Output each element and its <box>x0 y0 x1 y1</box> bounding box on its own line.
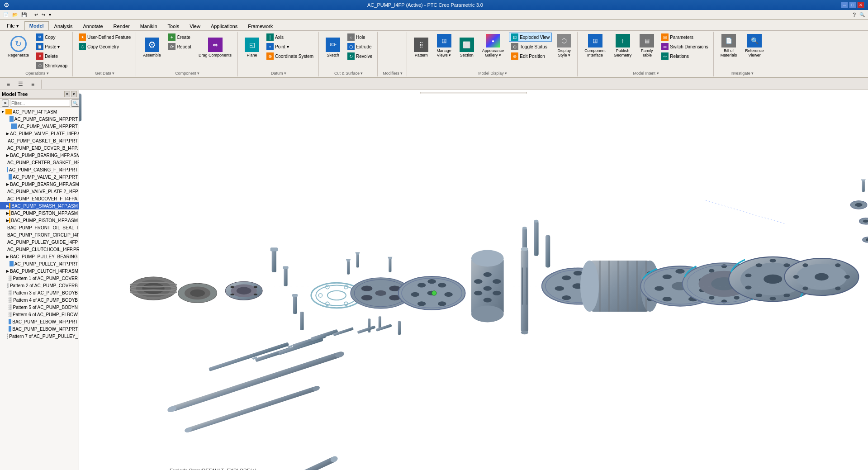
filter-clear-button[interactable]: ✕ <box>2 100 9 107</box>
tab-view[interactable]: View <box>185 22 205 30</box>
qa-new-button[interactable]: 📄 <box>2 12 10 18</box>
extrude-button[interactable]: ⬡ Extrude <box>345 42 375 51</box>
regenerate-button[interactable]: ↻ Regenerate <box>5 33 32 59</box>
tree-item-9[interactable]: AC_PUMP_VALVE_2_I4FP.PRT <box>0 173 79 180</box>
tree-expand-3[interactable]: ▶ <box>6 132 9 136</box>
coordinate-system-button[interactable]: ⊕ Coordinate System <box>264 52 316 61</box>
tree-filter-button[interactable]: ▾ <box>71 91 77 97</box>
tree-item-21[interactable]: AC_PUMP_PULLEY_I4FP.PRT <box>0 260 79 267</box>
tree-item-23[interactable]: Pattern 1 of AC_PUMP_COVER <box>0 275 79 282</box>
qa-save-button[interactable]: 💾 <box>20 12 28 18</box>
display-style-button[interactable]: ⬡ DisplayStyle ▾ <box>554 33 574 59</box>
tree-expand-22[interactable]: ▶ <box>6 269 9 273</box>
tab-model[interactable]: Model <box>24 21 49 30</box>
tab-analysis[interactable]: Analysis <box>49 22 78 30</box>
delete-button[interactable]: ✕ Delete <box>34 52 70 61</box>
tree-expand-20[interactable]: ▶ <box>6 255 9 259</box>
tree-item-2[interactable]: AC_PUMP_VALVE_I4FP.PRT <box>0 123 79 130</box>
tree-item-14[interactable]: ▶ BAC_PUMP_PISTON_I4FP.ASM <box>0 209 79 217</box>
filter-input[interactable] <box>10 100 70 107</box>
appearance-gallery-button[interactable]: ● AppearanceGallery ▾ <box>479 33 508 59</box>
tree-item-3[interactable]: ▶ AC_PUMP_VALVE_PLATE_I4FP.A <box>0 130 79 137</box>
shrinkwrap-button[interactable]: ⬡ Shrinkwrap <box>34 61 70 70</box>
filter-search-button[interactable]: 🔍 <box>71 100 80 107</box>
tree-item-18[interactable]: AC_PUMP_PULLEY_GUIDE_I4FP <box>0 238 79 246</box>
tree-item-8[interactable]: AC_PUMP_CASING_F_I4FP.PRT <box>0 166 79 173</box>
pattern-button[interactable]: ⣿ Pattern <box>411 33 432 59</box>
qa-open-button[interactable]: 📂 <box>11 12 19 18</box>
tree-item-1[interactable]: AC_PUMP_CASING_I4FP.PRT <box>0 115 79 123</box>
paste-button[interactable]: 📋 Paste ▾ <box>34 42 70 51</box>
tree-item-6[interactable]: ▶ BAC_PUMP_BEARING_I4FP.ASM <box>0 152 79 159</box>
tree-item-25[interactable]: Pattern 3 of AC_PUMP_BODYB <box>0 289 79 296</box>
tree-item-28[interactable]: Pattern 6 of AC_PUMP_ELBOW <box>0 311 79 318</box>
sidebar-layer-toggle[interactable]: ☰ <box>15 80 26 89</box>
hole-button[interactable]: ○ Hole <box>345 33 375 42</box>
manage-views-button[interactable]: ⊞ ManageViews ▾ <box>433 33 455 59</box>
tree-item-22[interactable]: ▶ BAC_PUMP_CLUTCH_I4FP.ASM <box>0 267 79 275</box>
tree-item-20[interactable]: ▶ BAC_PUMP_PULLEY_BEARING_ <box>0 253 79 260</box>
assemble-button[interactable]: ⚙ Assemble <box>140 33 164 59</box>
family-table-button[interactable]: ▤ FamilyTable <box>636 33 657 59</box>
tree-item-11[interactable]: AC_PUMP_VALVE_PLATE-2_I4FP <box>0 188 79 195</box>
restore-button[interactable]: □ <box>849 2 856 8</box>
publish-geometry-button[interactable]: ↑ PublishGeometry <box>611 33 635 59</box>
bill-of-materials-button[interactable]: 📄 Bill ofMaterials <box>717 33 740 59</box>
tree-item-15[interactable]: ▶ BAC_PUMP_PISTON_I4FP.ASM <box>0 217 79 224</box>
component-interface-button[interactable]: ⊞ ComponentInterface <box>581 33 609 59</box>
parameters-button[interactable]: ⊞ Parameters <box>659 33 710 42</box>
create-button[interactable]: + Create <box>166 33 194 42</box>
tab-framework[interactable]: Framework <box>243 22 278 30</box>
tree-item-27[interactable]: Pattern 5 of AC_PUMP_BODYN <box>0 304 79 311</box>
viewport[interactable]: 🔍 🔎 🔍- ⬡ □ ⬛ ✂ ← → ▾ <box>79 90 868 470</box>
tree-item-29[interactable]: BAC_PUMP_ELBOW_I4FP.PRT <box>0 318 79 325</box>
tree-item-12[interactable]: AC_PUMP_ENDCOVER_F_I4FPA. <box>0 195 79 202</box>
tree-expand-10[interactable]: ▶ <box>6 182 9 186</box>
tree-item-4[interactable]: AC_PUMP_GASKET_B_I4FP.PRT <box>0 137 79 144</box>
close-button[interactable]: ✕ <box>857 2 864 8</box>
toggle-status-button[interactable]: ⊙ Toggle Status <box>509 42 552 51</box>
drag-components-button[interactable]: ⇔ Drag Components <box>195 33 235 59</box>
tree-expand-root[interactable]: ▼ <box>1 110 5 114</box>
tree-item-16[interactable]: BAC_PUMP_FRONT_OIL_SEAL_I <box>0 224 79 231</box>
edit-position-button[interactable]: ⊕ Edit Position <box>509 52 552 61</box>
tab-manikin[interactable]: Manikin <box>135 22 162 30</box>
title-bar-controls[interactable]: ─ □ ✕ <box>841 2 864 8</box>
plane-button[interactable]: ◱ Plane <box>242 33 262 59</box>
qa-redo-button[interactable]: ↪ <box>40 12 47 18</box>
sketch-button[interactable]: ✏ Sketch <box>323 33 343 59</box>
qa-undo-button[interactable]: ↩ <box>33 12 39 18</box>
sidebar-tree-toggle[interactable]: ≡ <box>4 80 13 89</box>
tab-applications[interactable]: Applications <box>206 22 242 30</box>
copy-geometry-button[interactable]: ⬡ Copy Geometry <box>76 42 133 51</box>
axis-button[interactable]: | Axis <box>264 33 316 42</box>
tab-annotate[interactable]: Annotate <box>78 22 108 30</box>
tree-item-19[interactable]: AC_PUMP_CLUTCHCOIL_I4FP.PR <box>0 246 79 253</box>
section-button[interactable]: ⬜ Section <box>456 33 477 59</box>
tree-item-root[interactable]: ▼ AC_PUMP_I4FP.ASM <box>0 108 79 115</box>
tree-item-31[interactable]: Pattern 7 of AC_PUMP_PULLEY_ <box>0 332 79 340</box>
tree-settings-button[interactable]: ≡ <box>64 91 70 97</box>
switch-dimensions-button[interactable]: ⇔ Switch Dimensions <box>659 42 710 51</box>
qa-help-button[interactable]: ? <box>851 11 857 19</box>
qa-search-button[interactable]: 🔍 <box>858 12 866 18</box>
repeat-button[interactable]: ⟳ Repeat <box>166 42 194 51</box>
tree-item-10[interactable]: ▶ BAC_PUMP_BEARNG_I4FP.ASM <box>0 180 79 188</box>
tab-file[interactable]: File ▾ <box>2 21 24 30</box>
tree-item-13[interactable]: ▶ BAC_PUMP_SWASH_I4FP.ASM <box>0 202 79 209</box>
user-defined-feature-button[interactable]: ★ User-Defined Feature <box>76 33 133 42</box>
tree-item-24[interactable]: Pattern 2 of AC_PUMP_COVERB <box>0 282 79 289</box>
tree-item-30[interactable]: BAC_PUMP_ELBOW_I4FP.PRT <box>0 325 79 332</box>
tree-expand-6[interactable]: ▶ <box>6 153 9 157</box>
tree-item-5[interactable]: AC_PUMP_END_COVER_B_I4FP. <box>0 144 79 152</box>
qa-more-button[interactable]: ▾ <box>47 12 52 18</box>
tree-item-17[interactable]: BAC_PUMP_FRONT_CIRCLIP_I4F <box>0 231 79 238</box>
tree-item-7[interactable]: AC_PUMP_CENTER_GASKET_I4F <box>0 159 79 166</box>
minimize-button[interactable]: ─ <box>841 2 848 8</box>
tab-tools[interactable]: Tools <box>163 22 185 30</box>
tab-render[interactable]: Render <box>109 22 135 30</box>
revolve-button[interactable]: ↻ Revolve <box>345 52 375 61</box>
copy-button[interactable]: ⧉ Copy <box>34 33 70 42</box>
sidebar-prop-toggle[interactable]: ≡ <box>28 80 38 89</box>
tree-item-26[interactable]: Pattern 4 of AC_PUMP_BODYB <box>0 296 79 304</box>
